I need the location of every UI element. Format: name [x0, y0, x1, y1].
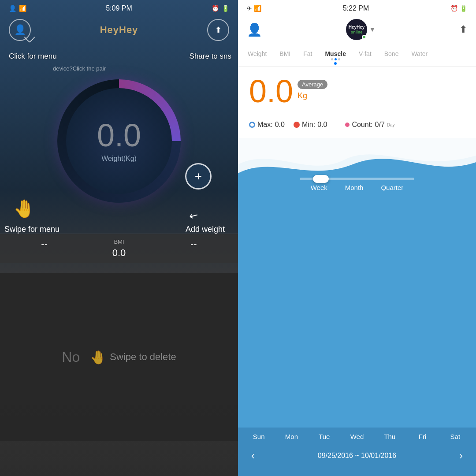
- right-panel: ✈ 📶 5:22 PM ⏰ 🔋 👤 HeyHey online ▼ ⬆ Weig…: [238, 0, 476, 476]
- slider-month[interactable]: Month: [345, 184, 364, 191]
- gauge-outer: 0.0 Weight(Kg): [57, 79, 181, 203]
- min-value: 0.0: [317, 121, 327, 129]
- profile-icon-right[interactable]: 👤: [247, 22, 262, 37]
- empty-list-area: No 🤚 Swipe to delete: [0, 273, 238, 441]
- min-dot: [294, 122, 300, 128]
- stat-max: Max: 0.0: [249, 121, 285, 129]
- status-left-right: ✈ 📶: [247, 5, 261, 12]
- slider-week[interactable]: Week: [311, 184, 327, 191]
- gauge-inner: 0.0 Weight(Kg): [66, 88, 172, 194]
- day-fri: Fri: [409, 433, 436, 440]
- tab-vfat[interactable]: V-fat: [353, 47, 377, 64]
- stat-item-left: --: [41, 238, 48, 259]
- heyhey-name: HeyHey: [349, 25, 365, 30]
- wave-chart-area: Week Month Quarter Sun Mon Tue Wed Thu F…: [238, 138, 476, 476]
- swipe-delete-icon: 🤚: [90, 350, 106, 365]
- stat-divider: [336, 116, 336, 134]
- muscle-tab-indicator: [325, 58, 346, 60]
- day-tue: Tue: [311, 433, 338, 440]
- stat-value-right: --: [190, 238, 197, 250]
- stat-min: Min: 0.0: [294, 121, 327, 129]
- count-dot: [345, 123, 350, 127]
- day-sun: Sun: [245, 433, 272, 440]
- day-labels: Sun Mon Tue Wed Thu Fri Sat: [238, 428, 476, 444]
- alarm-icon-right: ⏰: [450, 5, 458, 12]
- status-time-right: 5:22 PM: [343, 4, 369, 12]
- stats-row-right: Max: 0.0 Min: 0.0 Count: 0/7 Day: [238, 112, 476, 138]
- tab-bone[interactable]: Bone: [379, 47, 404, 64]
- prev-date-button[interactable]: ‹: [245, 447, 261, 464]
- tab-muscle[interactable]: Muscle: [320, 47, 351, 64]
- stat-count: Count: 0/7 Day: [345, 121, 394, 129]
- stat-item-right: --: [190, 238, 197, 259]
- max-dot: [249, 122, 255, 128]
- share-icon-right[interactable]: ⬆: [459, 24, 467, 35]
- person-icon: 👤: [9, 5, 16, 12]
- count-value: 0/7: [375, 121, 385, 129]
- max-label: Max:: [257, 121, 273, 129]
- add-weight-button[interactable]: +: [185, 163, 212, 190]
- slider-quarter[interactable]: Quarter: [381, 184, 403, 191]
- slider-area: Week Month Quarter: [238, 178, 476, 191]
- online-dot: [362, 35, 366, 39]
- swipe-menu-annotation: Swipe for menu: [4, 225, 60, 234]
- no-text: No: [62, 349, 80, 365]
- date-nav-row: ‹ 09/25/2016 ~ 10/01/2016 ›: [238, 444, 476, 471]
- share-sns-annotation: Share to sns: [190, 52, 231, 61]
- slider-thumb[interactable]: [313, 175, 329, 183]
- day-sat: Sat: [442, 433, 469, 440]
- swipe-delete-annotation: Swipe to delete: [110, 351, 176, 363]
- count-label: Count:: [352, 121, 372, 129]
- main-muscle-value: 0.0: [249, 75, 293, 107]
- share-button-left[interactable]: ⬆: [207, 19, 229, 41]
- stat-label-bmi: BMI: [112, 238, 126, 245]
- day-wed: Wed: [344, 433, 370, 440]
- day-navigation: Sun Mon Tue Wed Thu Fri Sat ‹ 09/25/2016…: [238, 428, 476, 476]
- online-status: online: [349, 30, 365, 35]
- status-left-icons: 👤 📶: [9, 5, 26, 12]
- status-time-left: 5:09 PM: [106, 4, 132, 12]
- dropdown-arrow[interactable]: ▼: [369, 26, 376, 33]
- stats-row-left: -- BMI 0.0 --: [0, 234, 238, 263]
- tab-water[interactable]: Water: [406, 47, 433, 64]
- profile-button-left[interactable]: 👤: [9, 19, 31, 41]
- gauge-value: 0.0: [97, 119, 141, 151]
- left-panel: 👤 📶 5:09 PM ⏰ 🔋 👤 HeyHey ⬆ Click for men…: [0, 0, 238, 476]
- main-value-area: 0.0 Average Kg: [238, 67, 476, 112]
- battery-icon-right: 🔋: [460, 5, 467, 12]
- heyhey-badge-wrap[interactable]: HeyHey online ▼: [346, 19, 376, 40]
- tabs-right: Weight BMI Fat Muscle V-fat Bone Water: [238, 45, 476, 67]
- wifi-icon-right: 📶: [254, 5, 261, 12]
- slider-track[interactable]: [300, 178, 414, 180]
- battery-icon-left: 🔋: [222, 5, 229, 12]
- device-text: device?Click the pair: [53, 65, 106, 72]
- status-bar-left: 👤 📶 5:09 PM ⏰ 🔋: [0, 0, 238, 17]
- tab-fat[interactable]: Fat: [298, 47, 317, 64]
- gauge-label: Weight(Kg): [101, 155, 137, 163]
- tab-weight[interactable]: Weight: [242, 47, 272, 64]
- chart-area: [238, 208, 476, 428]
- unit-label: Kg: [298, 91, 327, 100]
- top-bar-left: 👤 HeyHey ⬆: [0, 17, 238, 45]
- dot-3: [338, 58, 340, 60]
- dot-2: [335, 58, 337, 60]
- status-bar-right: ✈ 📶 5:22 PM ⏰ 🔋: [238, 0, 476, 17]
- share-icon-left: ⬆: [215, 25, 222, 35]
- next-date-button[interactable]: ›: [453, 447, 469, 464]
- swipe-icon: 🤚: [13, 198, 35, 219]
- click-menu-annotation: Click for menu: [9, 52, 57, 61]
- top-bar-right: 👤 HeyHey online ▼ ⬆: [238, 17, 476, 45]
- max-value: 0.0: [275, 121, 285, 129]
- app-title-left: HeyHey: [100, 24, 138, 36]
- date-range: 09/25/2016 ~ 10/01/2016: [318, 452, 396, 460]
- plus-icon: +: [195, 169, 202, 183]
- tab-bmi[interactable]: BMI: [274, 47, 296, 64]
- profile-icon-left: 👤: [14, 24, 26, 36]
- airplane-icon: ✈: [247, 5, 252, 12]
- count-unit: Day: [387, 123, 395, 127]
- status-icons-right: ⏰ 🔋: [450, 5, 467, 12]
- status-right-icons-left: ⏰ 🔋: [212, 5, 229, 12]
- arrow-add-weight: ↙: [187, 208, 201, 223]
- stat-value-bmi: 0.0: [112, 247, 126, 259]
- add-weight-annotation: Add weight: [186, 225, 225, 234]
